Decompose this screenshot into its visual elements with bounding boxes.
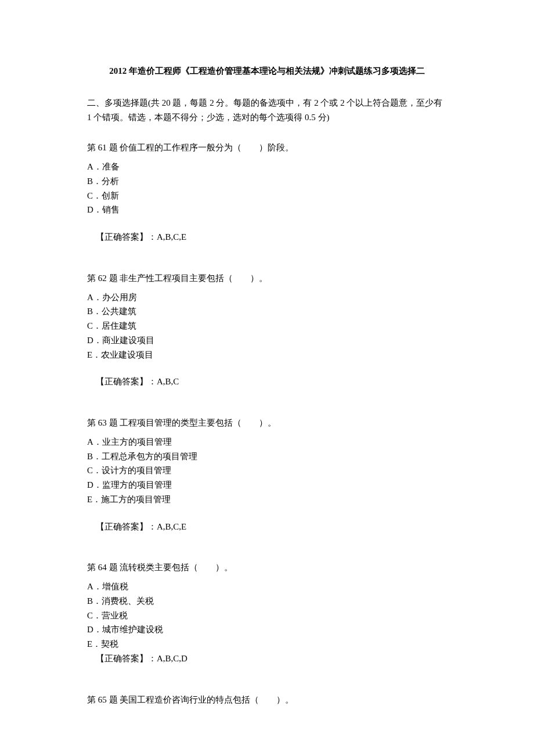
question-option: C．居住建筑 <box>87 319 447 333</box>
question-option: C．营业税 <box>87 609 447 623</box>
question-option: B．工程总承包方的项目管理 <box>87 449 447 464</box>
question-option: A．办公用房 <box>87 290 447 305</box>
question-stem: 第 63 题 工程项目管理的类型主要包括（ ）。 <box>87 416 447 430</box>
question-block: 第 64 题 流转税类主要包括（ ）。A．增值税B．消费税、关税C．营业税D．城… <box>87 560 447 665</box>
questions-container: 第 61 题 价值工程的工作程序一般分为（ ）阶段。A．准备B．分析C．创新D．… <box>87 141 447 707</box>
answer-label: 【正确答案】： <box>96 232 157 242</box>
correct-answer: 【正确答案】：A,B,C <box>87 375 447 389</box>
question-option: B．分析 <box>87 174 447 189</box>
question-block: 第 65 题 美国工程造价咨询行业的特点包括（ ）。 <box>87 693 447 707</box>
question-option: A．增值税 <box>87 579 447 594</box>
question-stem: 第 65 题 美国工程造价咨询行业的特点包括（ ）。 <box>87 693 447 707</box>
question-option: D．城市维护建设税 <box>87 622 447 637</box>
question-stem: 第 62 题 非生产性工程项目主要包括（ ）。 <box>87 271 447 286</box>
answer-label: 【正确答案】： <box>96 377 157 386</box>
answer-value: A,B,C,E <box>157 522 186 531</box>
question-option: C．创新 <box>87 189 447 203</box>
question-block: 第 63 题 工程项目管理的类型主要包括（ ）。A．业主方的项目管理B．工程总承… <box>87 416 447 534</box>
question-option: D．商业建设项目 <box>87 333 447 348</box>
question-block: 第 61 题 价值工程的工作程序一般分为（ ）阶段。A．准备B．分析C．创新D．… <box>87 141 447 244</box>
answer-value: A,B,C,E <box>157 232 186 242</box>
question-option: A．准备 <box>87 160 447 174</box>
question-option: A．业主方的项目管理 <box>87 435 447 449</box>
answer-label: 【正确答案】： <box>96 522 157 531</box>
question-option: E．农业建设项目 <box>87 348 447 362</box>
question-block: 第 62 题 非生产性工程项目主要包括（ ）。A．办公用房B．公共建筑C．居住建… <box>87 271 447 389</box>
question-stem: 第 61 题 价值工程的工作程序一般分为（ ）阶段。 <box>87 141 447 155</box>
question-option: D．监理方的项目管理 <box>87 478 447 492</box>
question-stem: 第 64 题 流转税类主要包括（ ）。 <box>87 560 447 575</box>
question-option: E．施工方的项目管理 <box>87 492 447 507</box>
question-option: C．设计方的项目管理 <box>87 463 447 478</box>
correct-answer: 【正确答案】：A,B,C,E <box>87 520 447 534</box>
answer-value: A,B,C <box>157 377 179 386</box>
question-option: E．契税 <box>87 637 447 651</box>
question-option: B．消费税、关税 <box>87 594 447 609</box>
section-intro: 二、多项选择题(共 20 题，每题 2 分。每题的备选项中，有 2 个或 2 个… <box>87 96 447 125</box>
correct-answer: 【正确答案】：A,B,C,D <box>87 651 447 666</box>
answer-value: A,B,C,D <box>157 654 187 663</box>
question-option: B．公共建筑 <box>87 304 447 319</box>
page-title: 2012 年造价工程师《工程造价管理基本理论与相关法规》冲刺试题练习多项选择二 <box>87 64 447 78</box>
answer-label: 【正确答案】： <box>96 654 157 663</box>
correct-answer: 【正确答案】：A,B,C,E <box>87 230 447 244</box>
question-option: D．销售 <box>87 203 447 217</box>
